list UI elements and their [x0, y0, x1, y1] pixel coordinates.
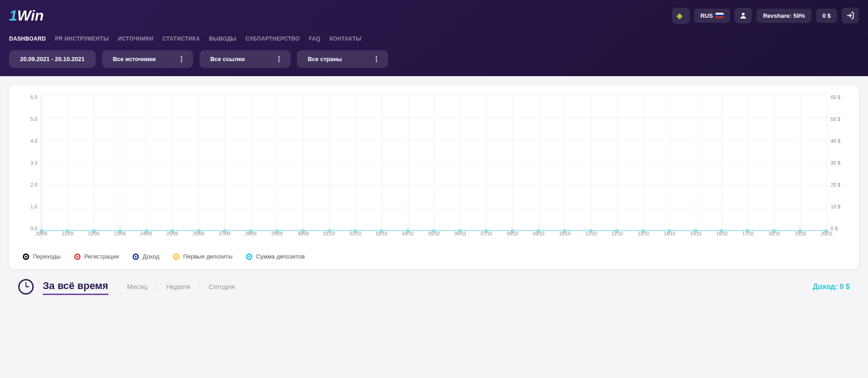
logo-one: 1	[9, 7, 17, 24]
nav-item-5[interactable]: СУБПАРТНЕРСТВО	[245, 36, 300, 42]
chart-area: 6.05.04.03.02.01.00.0 20/0921/0922/0923/…	[23, 94, 845, 240]
x-tick: 13/10	[638, 231, 649, 236]
x-tick: 19/10	[795, 231, 806, 236]
x-tick: 08/10	[507, 231, 518, 236]
profile-button[interactable]	[735, 8, 752, 23]
x-tick: 05/10	[428, 231, 439, 236]
clock-icon	[18, 279, 34, 295]
x-tick: 02/10	[350, 231, 361, 236]
grid-line-h	[41, 117, 827, 118]
x-tick: 01/10	[324, 231, 335, 236]
x-tick: 23/09	[114, 231, 126, 236]
header: 1Win ◆ RUS Revshare: 50% 0 $	[0, 0, 868, 76]
x-tick: 12/10	[612, 231, 623, 236]
grid-line-h	[41, 140, 827, 140]
android-icon: ◆	[677, 11, 682, 20]
legend-label: Сумма депозитов	[256, 253, 305, 260]
more-icon	[181, 56, 182, 62]
legend-label: Первые депозиты	[183, 253, 232, 260]
mobile-apps-button[interactable]: ◆	[672, 8, 689, 24]
plot: 20/0921/0922/0923/0924/0925/0926/0927/09…	[41, 94, 827, 240]
grid-line-v	[827, 94, 827, 231]
nav-item-4[interactable]: ВЫВОДЫ	[209, 36, 236, 42]
legend-dot-icon	[74, 254, 81, 260]
y-right-tick: 50 $	[831, 116, 845, 122]
y-left-tick: 1.0	[23, 204, 37, 209]
x-tick: 15/10	[690, 231, 701, 236]
sources-filter[interactable]: Все источники	[102, 50, 193, 68]
y-right-tick: 10 $	[831, 204, 845, 209]
nav-item-3[interactable]: СТАТИСТИКА	[163, 36, 200, 42]
grid-line-h	[41, 208, 827, 208]
user-icon	[739, 11, 747, 20]
divider	[117, 282, 118, 291]
x-tick: 20/10	[821, 231, 832, 236]
nav-item-1[interactable]: PR ИНСТРУМЕНТЫ	[55, 36, 109, 42]
legend: ПереходыРегистрацииДоходПервые депозитыС…	[23, 251, 845, 260]
x-tick: 07/10	[480, 231, 492, 236]
grid-line-h	[41, 94, 827, 95]
nav: DASHBOARDPR ИНСТРУМЕНТЫИСТОЧНИКИСТАТИСТИ…	[9, 31, 859, 47]
time-tab-3[interactable]: Сегодня	[209, 281, 235, 292]
y-left-tick: 5.0	[23, 116, 37, 122]
legend-item-3[interactable]: Первые депозиты	[173, 253, 232, 260]
x-tick: 03/10	[376, 231, 388, 236]
y-axis-left: 6.05.04.03.02.01.00.0	[23, 94, 41, 240]
legend-dot-icon	[133, 254, 139, 260]
legend-item-4[interactable]: Сумма депозитов	[246, 253, 305, 260]
grid-line-h	[41, 163, 827, 163]
divider	[199, 282, 199, 291]
date-range-filter[interactable]: 20.09.2021 - 20.10.2021	[9, 50, 96, 68]
x-tick: 14/10	[664, 231, 675, 236]
nav-item-7[interactable]: КОНТАКТЫ	[330, 36, 362, 42]
x-tick: 04/10	[402, 231, 414, 236]
time-tab-0[interactable]: За всё время	[43, 278, 108, 295]
bottom-bar: За всё времяМесяцНеделяСегодня Доход: 0 …	[18, 278, 850, 295]
y-right-tick: 20 $	[831, 182, 845, 187]
legend-dot-icon	[23, 254, 29, 260]
grid-line-h	[41, 231, 827, 231]
x-tick: 10/10	[559, 231, 571, 236]
x-tick: 09/10	[533, 231, 544, 236]
income-value: 0 $	[840, 283, 850, 290]
nav-item-2[interactable]: ИСТОЧНИКИ	[118, 36, 153, 42]
logout-icon	[846, 11, 854, 20]
links-filter[interactable]: Все ссылки	[199, 50, 291, 68]
nav-item-6[interactable]: FAQ	[309, 36, 321, 42]
logo-win: Win	[17, 7, 44, 24]
logo[interactable]: 1Win	[9, 7, 44, 24]
x-tick: 28/09	[245, 231, 256, 236]
revshare-button[interactable]: Revshare: 50%	[756, 9, 812, 23]
date-range-label: 20.09.2021 - 20.10.2021	[20, 56, 85, 62]
legend-dot-icon	[246, 254, 252, 260]
chart-card: 6.05.04.03.02.01.00.0 20/0921/0922/0923/…	[9, 85, 859, 269]
x-tick: 22/09	[88, 231, 99, 236]
x-tick: 16/10	[716, 231, 728, 236]
time-tab-2[interactable]: Неделя	[166, 281, 190, 292]
legend-item-1[interactable]: Регистрации	[74, 253, 119, 260]
countries-label: Все страны	[308, 56, 342, 62]
x-tick: 30/09	[297, 231, 309, 236]
countries-filter[interactable]: Все страны	[297, 50, 388, 68]
legend-item-0[interactable]: Переходы	[23, 253, 61, 260]
svg-point-0	[742, 13, 745, 16]
x-tick: 27/09	[219, 231, 230, 236]
y-right-tick: 0 $	[831, 226, 845, 231]
y-left-tick: 0.0	[23, 226, 37, 231]
revshare-label: Revshare: 50%	[763, 12, 805, 19]
income-label: Доход:	[813, 283, 838, 290]
income: Доход: 0 $	[813, 283, 850, 291]
y-right-tick: 60 $	[831, 94, 845, 100]
x-tick: 20/09	[36, 231, 47, 236]
nav-item-0[interactable]: DASHBOARD	[9, 36, 46, 42]
balance-button[interactable]: 0 $	[816, 9, 837, 23]
time-tab-1[interactable]: Месяц	[127, 281, 148, 292]
x-axis: 20/0921/0922/0923/0924/0925/0926/0927/09…	[41, 231, 827, 240]
balance-label: 0 $	[822, 12, 831, 19]
y-right-tick: 30 $	[831, 160, 845, 166]
language-button[interactable]: RUS	[694, 9, 730, 23]
logout-button[interactable]	[842, 8, 859, 23]
divider	[157, 282, 157, 291]
x-tick: 21/09	[62, 231, 73, 236]
legend-item-2[interactable]: Доход	[133, 253, 159, 260]
